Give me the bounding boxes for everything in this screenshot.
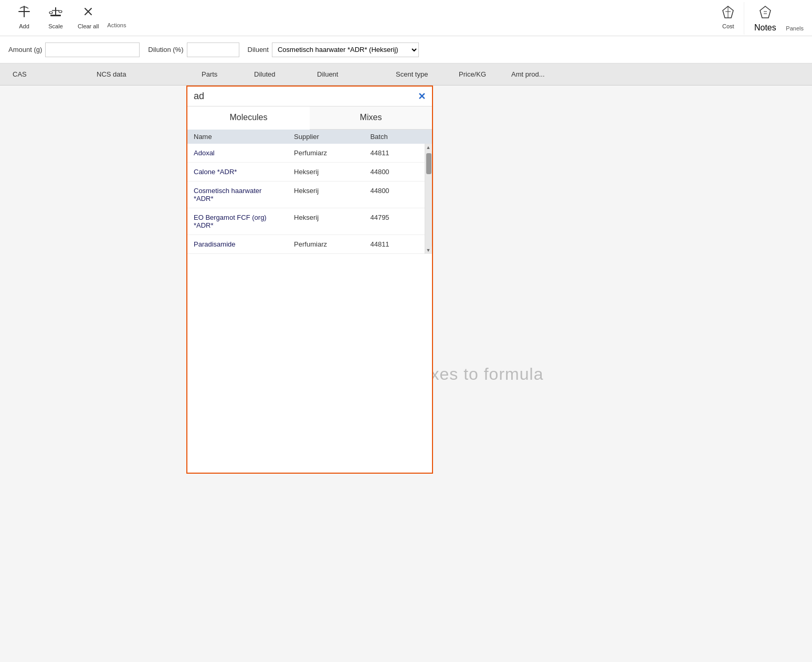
- panels-label: Panels: [786, 25, 804, 35]
- clear-all-icon: [81, 4, 96, 21]
- cost-label: Cost: [722, 23, 734, 29]
- item-name: EO Bergamot FCF (org)*ADR*: [192, 213, 292, 229]
- col-header-diluted: Diluted: [250, 70, 313, 78]
- table-header: CAS NCS data Parts Diluted Diluent Scent…: [0, 63, 812, 86]
- actions-label: Actions: [105, 22, 126, 31]
- col-header-parts: Parts: [197, 70, 250, 78]
- col-header-diluent: Diluent: [313, 70, 392, 78]
- svg-rect-0: [50, 15, 61, 16]
- close-icon[interactable]: ✕: [418, 92, 426, 101]
- filter-bar: Amount (g) Dilution (%) Diluent Cosmetis…: [0, 36, 812, 63]
- popup-content-area: Adoxal Perfumiarz 44811 Calone *ADR* Hek…: [187, 144, 432, 254]
- list-item[interactable]: Paradisamide Perfumiarz 44811: [187, 235, 425, 254]
- notes-button[interactable]: Notes: [744, 2, 786, 35]
- item-supplier: Hekserij: [292, 213, 368, 229]
- item-supplier: Perfumiarz: [292, 149, 368, 157]
- list-item[interactable]: Cosmetisch haarwater*ADR* Hekserij 44800: [187, 181, 425, 208]
- cost-button[interactable]: Cost: [712, 2, 744, 31]
- diluent-field: Diluent Cosmetisch haarwater *ADR* (Heks…: [248, 42, 419, 57]
- add-icon: [17, 4, 31, 21]
- popup-list: Adoxal Perfumiarz 44811 Calone *ADR* Hek…: [187, 144, 425, 254]
- scale-button[interactable]: Scale: [40, 2, 71, 31]
- list-item[interactable]: EO Bergamot FCF (org)*ADR* Hekserij 4479…: [187, 208, 425, 235]
- col-header-price: Price/KG: [455, 70, 507, 78]
- diluent-select[interactable]: Cosmetisch haarwater *ADR* (Hekserij): [272, 42, 419, 57]
- item-batch: 44800: [368, 168, 420, 176]
- amount-field: Amount (g): [8, 42, 140, 57]
- svg-rect-1: [55, 7, 56, 15]
- amount-label: Amount (g): [8, 46, 42, 54]
- clear-all-label: Clear all: [78, 23, 99, 29]
- tab-molecules[interactable]: Molecules: [187, 106, 310, 130]
- dilution-field: Dilution (%): [148, 42, 239, 57]
- item-batch: 44811: [368, 240, 420, 248]
- tab-mixes[interactable]: Mixes: [310, 106, 432, 129]
- clear-all-button[interactable]: Clear all: [71, 2, 105, 31]
- scroll-down-arrow[interactable]: ▼: [425, 247, 431, 254]
- item-name: Adoxal: [192, 149, 292, 157]
- add-label: Add: [19, 23, 29, 29]
- add-button[interactable]: Add: [8, 2, 40, 31]
- item-batch: 44795: [368, 213, 420, 229]
- col-header-cas: CAS: [8, 70, 92, 78]
- dilution-input[interactable]: [187, 42, 239, 57]
- notes-label: Notes: [754, 23, 776, 33]
- main-content: Add molecules or mixes to formula ✕ Mole…: [0, 86, 812, 662]
- dilution-label: Dilution (%): [148, 46, 183, 54]
- item-name: Paradisamide: [192, 240, 292, 248]
- svg-point-2: [49, 12, 52, 14]
- col-header-ncs: NCS data: [92, 70, 197, 78]
- popup-col-supplier-header: Supplier: [292, 133, 368, 141]
- item-name: Calone *ADR*: [192, 168, 292, 176]
- toolbar: Add Scale Clear all: [0, 0, 812, 36]
- popup-empty-area: [187, 254, 432, 437]
- list-item[interactable]: Adoxal Perfumiarz 44811: [187, 144, 425, 163]
- item-batch: 44800: [368, 187, 420, 202]
- cost-icon: [721, 4, 735, 21]
- search-bar: ✕: [187, 87, 432, 106]
- list-item[interactable]: Calone *ADR* Hekserij 44800: [187, 163, 425, 181]
- scrollbar[interactable]: ▲ ▼: [425, 144, 432, 254]
- item-name: Cosmetisch haarwater*ADR*: [192, 187, 292, 202]
- amount-input[interactable]: [45, 42, 140, 57]
- notes-icon: [758, 4, 773, 21]
- scale-icon: [48, 4, 63, 21]
- popup-table-header: Name Supplier Batch: [187, 130, 432, 144]
- popup-col-batch-header: Batch: [368, 133, 420, 141]
- popup-tabs: Molecules Mixes: [187, 106, 432, 130]
- item-supplier: Hekserij: [292, 168, 368, 176]
- col-header-amt: Amt prod...: [507, 70, 570, 78]
- toolbar-panels-group: Cost Notes Panels: [712, 2, 804, 35]
- popup-col-name-header: Name: [192, 133, 292, 141]
- scroll-up-arrow[interactable]: ▲: [425, 144, 431, 151]
- search-popup: ✕ Molecules Mixes Name Supplier Batch Ad…: [186, 86, 433, 474]
- item-supplier: Hekserij: [292, 187, 368, 202]
- scale-label: Scale: [48, 23, 63, 29]
- search-input[interactable]: [194, 91, 414, 102]
- col-header-scent: Scent type: [392, 70, 455, 78]
- svg-point-3: [59, 10, 62, 13]
- item-batch: 44811: [368, 149, 420, 157]
- diluent-label: Diluent: [248, 46, 269, 54]
- item-supplier: Perfumiarz: [292, 240, 368, 248]
- toolbar-actions-group: Add Scale Clear all: [8, 2, 712, 31]
